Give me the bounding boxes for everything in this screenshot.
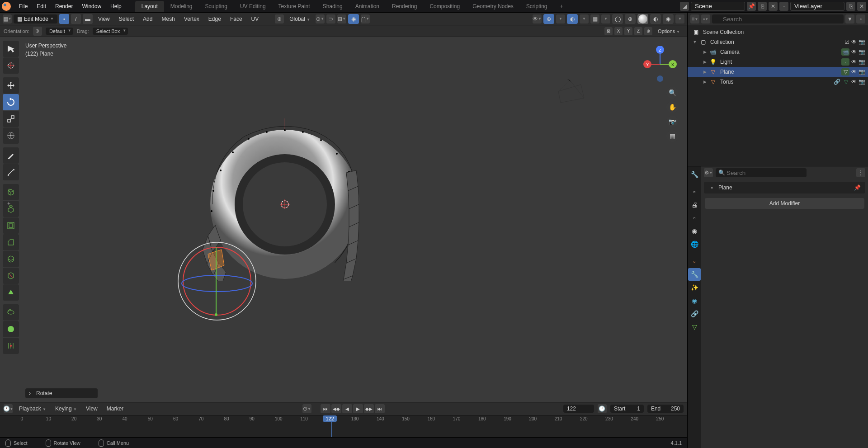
menu-window[interactable]: Window [77,1,106,11]
mirror-icon[interactable]: ⊠ [604,27,613,35]
tree-item-camera[interactable]: ▶ 📹 Camera 📹 👁📷 [688,47,868,57]
rendered-shading[interactable]: ◉ [663,14,674,24]
inset-tool[interactable] [3,217,19,234]
menu-edit[interactable]: Edit [32,1,51,11]
workspace-tab-layout[interactable]: Layout [135,1,164,12]
options-menu[interactable]: Options ▼ [654,27,684,35]
pin-icon[interactable]: 📌 [854,184,861,191]
outliner-new-collection-icon[interactable]: ▫ [856,14,865,24]
xray-toggle[interactable]: ▦ [590,14,599,24]
viewlayer-browse-icon[interactable]: ▫ [779,2,788,11]
ptab-scene[interactable]: ◉ [688,225,701,237]
uv-menu[interactable]: UV [248,14,263,24]
keyframe-next-icon[interactable]: ◆▶ [364,404,374,413]
viewport-3d[interactable]: User Perspective (122) Plane + [0,37,687,402]
nav-gizmo[interactable]: Z Y X [642,46,678,82]
mirror-z[interactable]: Z [634,27,642,35]
auto-merge-icon[interactable]: ⊕ [644,27,652,35]
scene-delete-icon[interactable]: ✕ [769,2,778,11]
edge-menu[interactable]: Edge [205,14,225,24]
eye-icon[interactable]: 👁 [851,79,857,85]
ptab-world[interactable]: 🌐 [688,238,701,250]
menu-help[interactable]: Help [106,1,126,11]
checkbox-icon[interactable]: ☑ [844,39,849,45]
snap-icon[interactable]: ⊃ [326,14,335,24]
spin-tool[interactable] [3,304,19,321]
annotate-tool[interactable] [3,147,19,164]
workspace-tab-shading[interactable]: Shading [316,1,349,12]
playhead[interactable]: 122 [323,415,336,422]
render-icon[interactable]: 📷 [859,49,865,55]
mesh-menu[interactable]: Mesh [158,14,178,24]
tree-scene-collection[interactable]: ▣ Scene Collection [688,27,868,37]
workspace-tab-rendering[interactable]: Rendering [386,1,423,12]
eye-icon[interactable]: 👁 [851,69,857,75]
outliner-display-mode-icon[interactable]: ▫▼ [701,14,710,24]
tree-item-plane[interactable]: ▶ ▽ Plane ▽ 👁📷 [688,67,868,77]
autokey-icon[interactable]: ⊙ ▼ [302,404,311,413]
menu-file[interactable]: File [14,1,32,11]
play-icon[interactable]: ▶ [353,404,363,413]
ptab-data[interactable]: ▽ [688,321,701,333]
scene-name-input[interactable] [691,2,745,11]
add-modifier-button[interactable]: + Add Modifier [705,198,864,209]
eye-icon[interactable]: 👁 [851,59,857,65]
jump-start-icon[interactable]: ⏮ [321,404,330,413]
solid-shading-wire[interactable]: ⊕ [625,14,636,24]
scene-browse-icon[interactable]: ◢ [680,2,689,11]
workspace-tab-sculpting[interactable]: Sculpting [199,1,234,12]
material-shading[interactable]: ◐ [650,14,661,24]
jump-end-icon[interactable]: ⏭ [375,404,385,413]
transform-orientation[interactable]: Global ▼ [286,14,314,24]
vertex-select-mode[interactable]: ▪ [59,14,69,24]
eye-icon[interactable]: 👁 [851,49,857,55]
select-menu[interactable]: Select [115,14,137,24]
loop-cut-tool[interactable] [3,251,19,267]
rotate-gizmo[interactable] [176,241,258,322]
workspace-tab-texture-paint[interactable]: Texture Paint [272,1,316,12]
properties-options-icon[interactable]: ⋮ [856,168,865,177]
mesh-edit-mode-icon[interactable]: 👁▼ [533,14,542,24]
workspace-tab-uv-editing[interactable]: UV Editing [234,1,272,12]
gizmo-toggle[interactable]: ⊕ [543,14,554,24]
solid-shading[interactable] [637,14,648,24]
timeline-ruler[interactable]: 122 0 10 20 30 40 50 60 70 80 90 100 110… [0,415,687,437]
overlay-toggle[interactable]: ◐ [567,14,578,24]
keying-menu[interactable]: Keying ▼ [52,405,80,413]
properties-object-breadcrumb[interactable]: ▫ Plane 📌 [704,182,865,193]
drag-select[interactable]: Select Box ▼ [93,28,128,35]
overlay-dropdown[interactable]: ▼ [580,14,589,24]
tree-item-light[interactable]: ▶ 💡 Light · 👁📷 [688,57,868,67]
scene-pin-icon[interactable]: 📌 [747,2,756,11]
mode-select[interactable]: ▦ Edit Mode ▼ [14,14,57,24]
workspace-tab-geometry-nodes[interactable]: Geometry Nodes [466,1,520,12]
properties-editor-icon[interactable]: ⚙▼ [704,168,713,177]
outliner-search[interactable] [712,14,844,24]
eye-icon[interactable]: 👁 [851,39,857,45]
smooth-tool[interactable] [3,321,19,337]
outliner-editor-icon[interactable]: ≡▼ [690,14,699,24]
proportional-edit-toggle[interactable]: ◉ [348,14,359,24]
face-menu[interactable]: Face [226,14,246,24]
ptab-modifiers[interactable]: 🔧 [688,268,701,281]
render-icon[interactable]: 📷 [859,59,865,65]
edge-select-mode[interactable]: / [71,14,81,24]
editor-type-icon[interactable]: ▦▼ [3,14,12,24]
camera-view-icon[interactable]: 📷 [666,116,678,127]
last-operation-panel[interactable]: Rotate [25,388,98,398]
transform-tool[interactable] [3,127,19,144]
transform-orientation-icon[interactable]: ⊕ [275,14,284,24]
pivot-point-icon[interactable]: ⊙▼ [316,14,325,24]
end-frame-field[interactable]: End 250 [647,405,684,413]
orientation-select[interactable]: Default ▼ [46,28,73,35]
playback-menu[interactable]: Playback ▼ [16,405,49,413]
current-frame-field[interactable]: 122 [563,405,594,413]
poly-build-tool[interactable] [3,284,19,301]
view-menu-tl[interactable]: View [83,405,100,413]
render-icon[interactable]: 📷 [859,39,865,45]
proportional-falloff-icon[interactable]: ⋂▼ [361,14,370,24]
gizmo-dropdown[interactable]: ▼ [556,14,565,24]
scene-new-icon[interactable]: ⎘ [758,2,767,11]
render-icon[interactable]: 📷 [859,79,865,85]
ptab-tool[interactable]: 🔧 [688,168,701,181]
